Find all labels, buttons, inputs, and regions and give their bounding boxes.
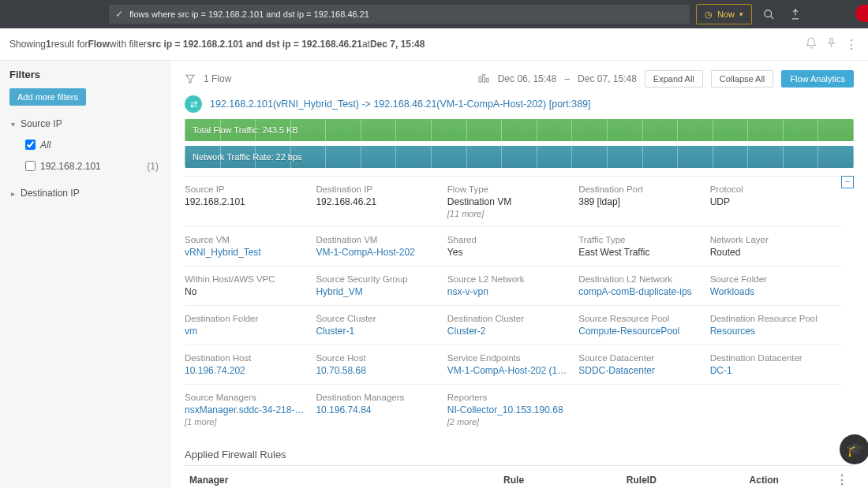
summary-time: Dec 7, 15:48 — [370, 39, 425, 50]
property-cell: Source DatacenterSDDC-Datacenter — [578, 345, 709, 384]
property-more[interactable]: [2 more] — [447, 417, 569, 427]
property-value[interactable]: VM-1-CompA-Host-202 — [316, 247, 437, 258]
property-cell: Destination Host10.196.74.202 — [185, 345, 316, 384]
property-label: Destination VM — [316, 235, 437, 244]
property-label: Destination Host — [185, 353, 306, 363]
svg-point-0 — [764, 9, 771, 17]
property-value[interactable]: vm — [185, 326, 306, 337]
property-cell: Destination L2 NetworkcompA-comB-duplica… — [578, 266, 709, 305]
summary-filter: src ip = 192.168.2.101 and dst ip = 192.… — [147, 39, 362, 50]
collapse-all-button[interactable]: Collapse All — [711, 70, 773, 88]
property-cell: Source Host10.70.58.68 — [316, 345, 447, 384]
search-query-text: flows where src ip = 192.168.2.101 and d… — [129, 9, 369, 19]
property-cell: Destination Foldervm — [185, 306, 316, 345]
add-filters-button[interactable]: Add more filters — [9, 88, 86, 106]
filter-source-ip[interactable]: ▾ Source IP — [0, 114, 170, 134]
property-value[interactable]: Hybrid_VM — [316, 286, 437, 297]
time-label: Now — [717, 9, 735, 19]
traffic-rate-band[interactable]: Network Traffic Rate: 22 bps — [185, 146, 854, 168]
property-label: Source Security Group — [316, 274, 437, 284]
property-label: Within Host/AWS VPC — [185, 274, 306, 284]
range-from: Dec 06, 15:48 — [498, 73, 557, 84]
filter-dest-ip[interactable]: ▸ Destination IP — [0, 183, 170, 203]
property-value[interactable]: 10.70.58.68 — [316, 365, 437, 376]
property-value[interactable]: DC-1 — [710, 365, 832, 376]
pin-icon[interactable] — [825, 37, 837, 52]
property-label: Reporters — [447, 393, 569, 402]
property-cell — [578, 385, 709, 434]
bell-icon[interactable] — [805, 37, 817, 52]
property-label: Destination IP — [316, 184, 437, 194]
property-label: Flow Type — [447, 184, 569, 194]
property-value[interactable]: 10.196.74.84 — [316, 404, 437, 415]
property-value[interactable]: Compute-ResourcePool — [578, 326, 700, 337]
property-label: Destination L2 Network — [578, 274, 700, 284]
property-cell: Source ClusterCluster-1 — [316, 306, 447, 345]
property-value[interactable]: NI-Collector_10.153.190.68 — [447, 404, 569, 415]
property-label: Source Cluster — [316, 314, 437, 323]
summary-text: with filter — [110, 39, 147, 50]
total-traffic-band[interactable]: Total Flow Traffic: 243.5 KB — [185, 119, 854, 141]
property-label: Protocol — [710, 184, 832, 194]
property-value: No — [185, 286, 306, 297]
property-value[interactable]: compA-comB-duplicate-ips — [578, 286, 700, 297]
property-cell: Source L2 Networknsx-v-vpn — [447, 266, 578, 305]
firewall-rules-table: Manager Rule RuleID Action ⋮ nsxManager.… — [185, 465, 854, 488]
property-value[interactable]: Cluster-2 — [447, 326, 569, 337]
svg-rect-4 — [486, 78, 488, 82]
funnel-icon[interactable] — [185, 73, 196, 84]
property-label: Service Endpoints — [447, 353, 569, 363]
kebab-menu-icon[interactable]: ⋮ — [845, 37, 859, 52]
property-label: Source IP — [185, 184, 306, 194]
expand-all-button[interactable]: Expand All — [645, 70, 703, 88]
filter-item-count: (1) — [147, 161, 159, 172]
property-value[interactable]: Cluster-1 — [316, 326, 437, 337]
checkbox-ip[interactable] — [25, 161, 36, 171]
property-more[interactable]: [1 more] — [185, 417, 306, 427]
property-cell: Destination Managers10.196.74.84 — [316, 385, 447, 434]
search-icon-button[interactable] — [758, 4, 779, 24]
checkbox-all[interactable] — [25, 140, 36, 150]
help-fab-icon[interactable]: 🎓 — [840, 434, 868, 464]
filter-item-all[interactable]: All — [0, 134, 170, 155]
property-cell: Network LayerRouted — [710, 227, 841, 266]
filter-item-ip[interactable]: 192.168.2.101 (1) — [0, 155, 170, 177]
filters-title: Filters — [9, 69, 160, 80]
applied-rules-title: Applied Firewall Rules — [185, 449, 854, 460]
time-picker[interactable]: ◷ Now ▾ — [696, 4, 752, 24]
summary-text: Showing — [9, 39, 46, 50]
search-input[interactable]: ✓ flows where src ip = 192.168.2.101 and… — [109, 5, 690, 24]
property-value[interactable]: vRNI_Hybrid_Test — [185, 247, 306, 258]
property-label: Source Resource Pool — [578, 314, 700, 323]
filter-label: Source IP — [21, 118, 62, 129]
content-panel: 1 Flow Dec 06, 15:48 – Dec 07, 15:48 Exp… — [170, 61, 868, 488]
time-range-icon[interactable] — [477, 73, 490, 85]
flow-analytics-button[interactable]: Flow Analytics — [781, 70, 854, 88]
flow-title[interactable]: ⇄ 192.168.2.101(vRNI_Hybrid_Test) -> 192… — [185, 95, 854, 113]
property-value[interactable]: Workloads — [710, 286, 832, 297]
property-value[interactable]: Resources — [710, 326, 832, 337]
property-value[interactable]: 10.196.74.202 — [185, 365, 306, 376]
property-cell: Destination Resource PoolResources — [710, 306, 841, 345]
pin-icon-button[interactable] — [785, 4, 806, 24]
notification-badge-icon[interactable] — [855, 5, 868, 22]
filter-label: Destination IP — [21, 188, 80, 199]
band-label: Total Flow Traffic: 243.5 KB — [193, 125, 298, 135]
summary-count: 1 — [46, 39, 51, 50]
filter-item-label: All — [40, 140, 51, 151]
property-more[interactable]: [11 more] — [447, 209, 569, 218]
property-label: Network Layer — [710, 235, 832, 244]
range-sep: – — [564, 73, 570, 84]
rules-kebab-icon[interactable]: ⋮ — [836, 473, 849, 486]
collapse-card-button[interactable]: − — [841, 176, 854, 188]
property-value[interactable]: VM-1-CompA-Host-202 (19... — [447, 365, 569, 376]
summary-text: at — [362, 39, 370, 50]
property-value[interactable]: nsxManager.sddc-34-218-19... — [185, 404, 306, 415]
svg-rect-2 — [479, 76, 481, 82]
property-value[interactable]: nsx-v-vpn — [447, 286, 569, 297]
property-label: Source Managers — [185, 393, 306, 402]
property-label: Destination Cluster — [447, 314, 569, 323]
property-cell: ProtocolUDP — [710, 177, 841, 226]
property-label: Source Datacenter — [578, 353, 700, 363]
property-value[interactable]: SDDC-Datacenter — [578, 365, 700, 376]
